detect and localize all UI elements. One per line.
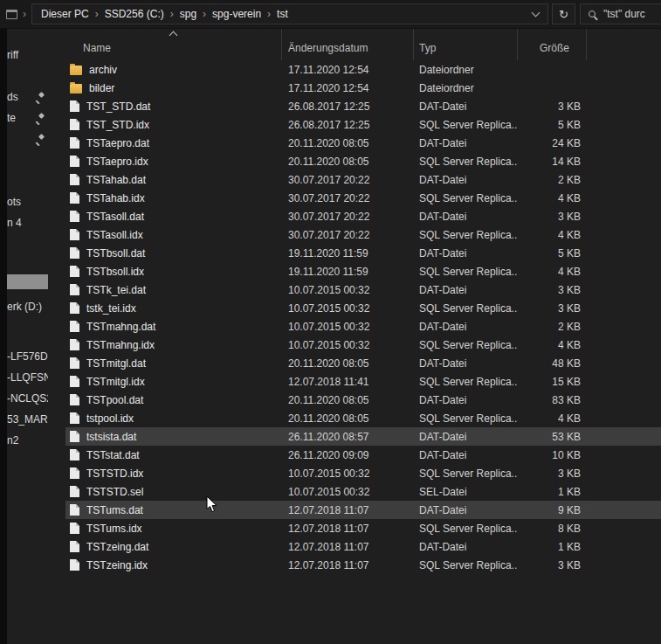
file-icon: [70, 284, 79, 295]
sidebar-item[interactable]: ds: [7, 89, 48, 104]
breadcrumb-item[interactable]: SSD256 (C:): [105, 8, 164, 20]
chevron-right-icon: [95, 8, 99, 20]
file-row[interactable]: TSTbsoll.idx19.11.2020 11:59SQL Server R…: [65, 262, 661, 280]
file-icon: [70, 247, 79, 259]
sidebar-item[interactable]: 53_MARC: [7, 412, 48, 426]
file-size: 4 KB: [518, 262, 587, 280]
file-row[interactable]: TSTstat.dat26.11.2020 09:09DAT-Datei10 K…: [65, 446, 661, 464]
sidebar-item[interactable]: n 4: [7, 215, 48, 230]
file-list: archiv17.11.2020 12:54Dateiordnerbilder1…: [48, 60, 661, 574]
file-row[interactable]: TSTSTD.idx10.07.2015 00:32SQL Server Rep…: [65, 464, 661, 482]
breadcrumb-item[interactable]: spg-verein: [212, 8, 261, 20]
file-icon: [70, 174, 79, 185]
breadcrumb-item[interactable]: tst: [277, 8, 288, 20]
file-row[interactable]: TSTpool.dat20.11.2020 08:05DAT-Datei83 K…: [65, 391, 661, 409]
file-name-cell: TSTasoll.dat: [65, 207, 282, 225]
file-row[interactable]: TSTzeing.idx12.07.2018 11:07SQL Server R…: [65, 556, 661, 574]
file-size: 4 KB: [518, 189, 587, 207]
sidebar-item[interactable]: -LLQFSNQ: [7, 370, 48, 384]
file-name-cell: TSTahab.idx: [65, 189, 282, 207]
file-row[interactable]: TSTmahng.idx10.07.2015 00:32SQL Server R…: [65, 336, 661, 354]
file-row[interactable]: tstsista.dat26.11.2020 08:57DAT-Datei53 …: [65, 427, 661, 446]
search-input[interactable]: "tst" durc: [603, 8, 645, 20]
sidebar-item[interactable]: [7, 131, 48, 146]
breadcrumb-item[interactable]: spg: [180, 8, 196, 20]
sidebar-item-label: te: [7, 112, 16, 124]
file-name: TSTaepro.dat: [86, 137, 149, 149]
column-header-date[interactable]: Änderungsdatum: [282, 29, 414, 60]
file-name-cell: TST_STD.idx: [65, 115, 282, 134]
file-name-cell: TSTbsoll.idx: [65, 262, 282, 280]
file-row[interactable]: TSTmahng.dat10.07.2015 00:32DAT-Datei2 K…: [65, 317, 661, 336]
file-row[interactable]: TSTbsoll.dat19.11.2020 11:59DAT-Datei5 K…: [65, 244, 661, 262]
file-date: 20.11.2020 08:05: [282, 134, 414, 152]
sidebar-item[interactable]: erk (D:): [7, 299, 48, 314]
file-row[interactable]: TSTmitgl.dat20.11.2020 08:05DAT-Datei48 …: [65, 354, 661, 372]
file-type: SQL Server Replica...: [414, 262, 518, 280]
file-row[interactable]: archiv17.11.2020 12:54Dateiordner: [65, 60, 661, 79]
file-type: Dateiordner: [414, 79, 518, 97]
explorer-window-icon: [6, 10, 17, 19]
file-size: 4 KB: [518, 225, 587, 244]
file-row[interactable]: TSTahab.idx30.07.2017 20:22SQL Server Re…: [65, 189, 661, 207]
file-row[interactable]: tstk_tei.idx10.07.2015 00:32SQL Server R…: [65, 299, 661, 317]
sidebar-item[interactable]: -LF576DR: [7, 349, 48, 364]
sidebar-item[interactable]: n2: [7, 433, 48, 447]
file-date: 19.11.2020 11:59: [282, 244, 414, 262]
column-header-name[interactable]: Name: [65, 29, 282, 60]
refresh-button[interactable]: [552, 3, 575, 24]
file-icon: [70, 504, 79, 516]
file-type: SQL Server Replica...: [414, 225, 518, 244]
sidebar-item[interactable]: -NCLQS26: [7, 391, 48, 405]
file-size: 2 KB: [518, 170, 587, 189]
sidebar-item[interactable]: te: [7, 110, 48, 125]
file-icon: [70, 137, 79, 149]
file-date: 30.07.2017 20:22: [282, 207, 414, 225]
file-name-cell: TSTasoll.idx: [65, 225, 282, 244]
file-type: Dateiordner: [414, 60, 518, 79]
file-row[interactable]: TSTaepro.dat20.11.2020 08:05DAT-Datei24 …: [65, 134, 661, 152]
file-size: 10 KB: [518, 446, 587, 464]
search-box[interactable]: "tst" durc: [580, 3, 661, 24]
file-row[interactable]: tstpool.idx20.11.2020 08:05SQL Server Re…: [65, 409, 661, 427]
file-size: 48 KB: [518, 354, 587, 372]
file-date: 20.11.2020 08:05: [282, 391, 414, 409]
file-size: [518, 79, 587, 97]
chevron-right-icon: [23, 8, 26, 20]
file-row[interactable]: TSTk_tei.dat10.07.2015 00:32DAT-Datei3 K…: [65, 280, 661, 299]
file-row[interactable]: TSTSTD.sel10.07.2015 00:32SEL-Datei1 KB: [65, 482, 661, 501]
file-name: TSTasoll.dat: [86, 211, 144, 223]
file-row[interactable]: TSTasoll.idx30.07.2017 20:22SQL Server R…: [65, 225, 661, 244]
file-icon: [70, 192, 79, 204]
file-icon: [70, 449, 79, 460]
column-header-type[interactable]: Typ: [414, 29, 518, 60]
file-row[interactable]: TSTmitgl.idx12.07.2018 11:41SQL Server R…: [65, 372, 661, 391]
sidebar-item-label: ots: [7, 196, 21, 208]
file-row[interactable]: TSTaepro.idx20.11.2020 08:05SQL Server R…: [65, 152, 661, 170]
address-bar[interactable]: Dieser PCSSD256 (C:)spgspg-vereintst: [31, 3, 548, 24]
file-icon: [70, 523, 79, 534]
file-date: 20.11.2020 08:05: [282, 152, 414, 170]
sidebar-item[interactable]: [7, 274, 48, 289]
file-row[interactable]: TSTums.idx12.07.2018 11:07SQL Server Rep…: [65, 519, 661, 537]
breadcrumb-item[interactable]: Dieser PC: [41, 8, 89, 20]
file-row[interactable]: TSTahab.dat30.07.2017 20:22DAT-Datei2 KB: [65, 170, 661, 189]
column-header-size[interactable]: Größe: [518, 29, 587, 60]
file-size: 1 KB: [518, 537, 587, 556]
file-type: SEL-Datei: [414, 482, 518, 501]
file-date: 12.07.2018 11:41: [282, 372, 414, 391]
chevron-right-icon: [267, 8, 271, 20]
file-row[interactable]: TSTasoll.dat30.07.2017 20:22DAT-Datei3 K…: [65, 207, 661, 225]
sidebar-item[interactable]: ots: [7, 194, 48, 209]
file-row[interactable]: bilder17.11.2020 12:54Dateiordner: [65, 79, 661, 97]
file-row[interactable]: TSTums.dat12.07.2018 11:07DAT-Datei9 KB: [65, 501, 661, 519]
file-row[interactable]: TST_STD.dat26.08.2017 12:25DAT-Datei3 KB: [65, 97, 661, 115]
file-date: 30.07.2017 20:22: [282, 170, 414, 189]
chevron-down-icon[interactable]: [532, 8, 541, 17]
file-row[interactable]: TST_STD.idx26.08.2017 12:25SQL Server Re…: [65, 115, 661, 134]
file-row[interactable]: TSTzeing.dat12.07.2018 11:07DAT-Datei1 K…: [65, 537, 661, 556]
file-name: TSTmahng.dat: [86, 321, 155, 333]
sidebar-item[interactable]: riff: [7, 47, 48, 62]
file-type: SQL Server Replica...: [414, 464, 518, 482]
file-name-cell: tstpool.idx: [65, 409, 282, 427]
